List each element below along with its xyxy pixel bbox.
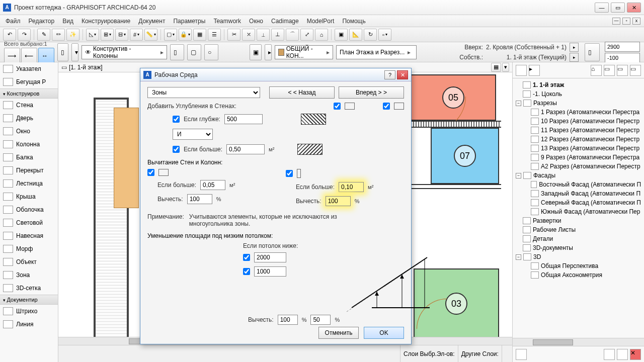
ok-button[interactable]: OK xyxy=(364,327,404,339)
h1-check[interactable] xyxy=(243,254,250,261)
lock-button[interactable]: 🔒 xyxy=(179,29,192,41)
canvas-opt1-button[interactable]: ▦ xyxy=(491,63,501,72)
back-button[interactable]: < < Назад xyxy=(269,86,335,99)
rotate-button[interactable]: ↻ xyxy=(364,29,377,41)
stair-tool[interactable]: Лестница xyxy=(0,177,58,190)
h2-input[interactable] xyxy=(254,266,286,277)
nav-hscroll[interactable] xyxy=(513,338,644,346)
marquee-tool[interactable]: Бегущая Р xyxy=(0,75,58,88)
display-combo[interactable]: План Этажа и Разрез... ▸ xyxy=(336,45,417,59)
adjust-button[interactable]: ⟂ xyxy=(257,29,270,41)
grid-button[interactable]: ⊞ xyxy=(101,29,114,41)
story-button[interactable]: ▣ xyxy=(250,44,262,60)
minimize-button[interactable]: — xyxy=(595,3,609,13)
undo-button[interactable]: ↶ xyxy=(3,29,16,41)
nav-delete-button[interactable]: ✕ xyxy=(630,349,641,360)
layer-combo[interactable]: 👁 Конструктив - Колонны ▸ xyxy=(82,45,167,59)
column-icon-button[interactable]: ▯ xyxy=(585,43,600,61)
sub3-v2-input[interactable] xyxy=(310,315,331,325)
forward-button[interactable]: Вперед > > xyxy=(339,86,404,99)
trim-button[interactable]: ✂ xyxy=(227,29,240,41)
menu-window[interactable]: Окно xyxy=(245,16,267,26)
column-settings-more-button[interactable]: ▾ xyxy=(71,43,78,61)
sub3-v1-input[interactable] xyxy=(278,315,298,325)
if-larger1-check[interactable] xyxy=(173,146,180,153)
menu-modelport[interactable]: ModelPort xyxy=(303,16,339,26)
recess-check1[interactable] xyxy=(334,103,341,110)
height-bottom-input[interactable] xyxy=(605,53,640,63)
nav-3d-axon[interactable]: Общая Аксонометрия xyxy=(514,270,643,280)
match-button[interactable]: ▦ xyxy=(193,29,206,41)
nav-story1[interactable]: 1. 1-й этаж xyxy=(514,80,643,89)
geom2-button[interactable]: ▢ xyxy=(187,44,201,60)
resize-button[interactable]: ⤢ xyxy=(300,29,313,41)
nav-tab2-button[interactable]: ▭ xyxy=(604,65,615,76)
if-deeper-check[interactable] xyxy=(173,116,180,123)
nav-section-item[interactable]: А2 Разрез (Автоматически Перестр xyxy=(514,162,643,171)
nav-foot1-button[interactable] xyxy=(516,349,527,360)
mesh-tool[interactable]: 3D-сетка xyxy=(0,282,58,295)
grid2-button[interactable]: # xyxy=(130,29,143,41)
nav-elevation-item[interactable]: Восточный Фасад (Автоматически П xyxy=(514,180,643,189)
dialog-help-button[interactable]: ? xyxy=(384,70,395,79)
split-button[interactable]: ⤫ xyxy=(242,29,255,41)
selmode3-button[interactable]: ↔ xyxy=(38,48,54,64)
top-arrow-button[interactable]: ▸ xyxy=(570,43,579,52)
fillet-button[interactable]: ⌒ xyxy=(286,29,299,41)
nav-3d-group[interactable]: −3D xyxy=(514,252,643,261)
zone-tool[interactable]: Зона xyxy=(0,268,58,282)
beam-tool[interactable]: Балка xyxy=(0,151,58,164)
morph-tool[interactable]: Морф xyxy=(0,242,58,255)
menu-view[interactable]: Вид xyxy=(58,16,77,26)
geom3-button[interactable]: ○ xyxy=(204,44,218,60)
view-button[interactable]: ▫ xyxy=(378,29,391,41)
own-arrow-button[interactable]: ▸ xyxy=(570,53,579,62)
close-button[interactable]: ✕ xyxy=(627,3,641,13)
nav-mode1-button[interactable] xyxy=(516,65,527,76)
toolbox-document-section[interactable]: Документир xyxy=(0,295,58,305)
menu-options[interactable]: Параметры xyxy=(169,16,209,26)
nav-section-item[interactable]: 9 Разрез (Автоматически Перестра xyxy=(514,153,643,162)
pointer-tool[interactable]: Указател xyxy=(0,62,58,75)
restore-button[interactable]: ▭ xyxy=(611,3,625,13)
nav-sections-group[interactable]: −Разрезы xyxy=(514,99,643,108)
canvas-opt1-drop[interactable]: ▾ xyxy=(502,63,509,72)
layer-button[interactable]: ▢ xyxy=(164,29,177,41)
wand-button[interactable]: ✨ xyxy=(66,29,79,41)
column-settings-button[interactable]: ▯ xyxy=(57,43,68,61)
eyedrop-button[interactable]: ✎ xyxy=(37,29,50,41)
if-deeper-input[interactable] xyxy=(224,114,263,124)
home-button[interactable]: ⌂ xyxy=(315,29,328,41)
nav-section-item[interactable]: 11 Разрез (Автоматически Перестр xyxy=(514,126,643,135)
curtainwall-tool[interactable]: Навесная xyxy=(0,229,58,242)
nav-tab3-button[interactable]: ▭ xyxy=(617,65,628,76)
mdi-minimize-icon[interactable]: — xyxy=(612,18,620,25)
menu-edit[interactable]: Редактор xyxy=(25,16,59,26)
nav-section-item[interactable]: 12 Разрез (Автоматически Перестр xyxy=(514,135,643,144)
nav-tab1-button[interactable]: ⌂ xyxy=(591,65,602,76)
nav-elevation-item[interactable]: Южный Фасад (Автоматически Пер xyxy=(514,207,643,216)
if-larger3-input[interactable] xyxy=(339,182,364,192)
nav-3d-perspective[interactable]: Общая Перспектива xyxy=(514,261,643,270)
if-larger1-input[interactable] xyxy=(226,144,265,154)
door-tool[interactable]: Дверь xyxy=(0,112,58,125)
nav-mode2-button[interactable]: ▸ xyxy=(529,65,540,76)
mdi-restore-icon[interactable]: ▫ xyxy=(622,18,630,25)
menu-file[interactable]: Файл xyxy=(2,16,25,26)
nav-tab4-button[interactable]: ▭ xyxy=(630,65,641,76)
and-or-select[interactable]: И xyxy=(173,129,213,140)
redo-button[interactable]: ↷ xyxy=(18,29,31,41)
slab-tool[interactable]: Перекрыт xyxy=(0,164,58,177)
intersect-button[interactable]: ⊥ xyxy=(271,29,284,41)
h2-check[interactable] xyxy=(243,268,250,275)
measure-button[interactable]: 📐 xyxy=(349,29,362,41)
skylight-tool[interactable]: Световой xyxy=(0,216,58,229)
subtract2-input[interactable] xyxy=(326,196,351,206)
nav-3ddocs[interactable]: 3D-документы xyxy=(514,243,643,252)
column-subtract-check[interactable] xyxy=(286,170,293,177)
menu-teamwork[interactable]: Teamwork xyxy=(209,16,245,26)
category-select[interactable]: Зоны xyxy=(147,87,260,98)
selmode1-button[interactable]: ⟶ xyxy=(4,48,20,64)
height-top-input[interactable] xyxy=(605,42,640,52)
roof-tool[interactable]: Крыша xyxy=(0,190,58,203)
